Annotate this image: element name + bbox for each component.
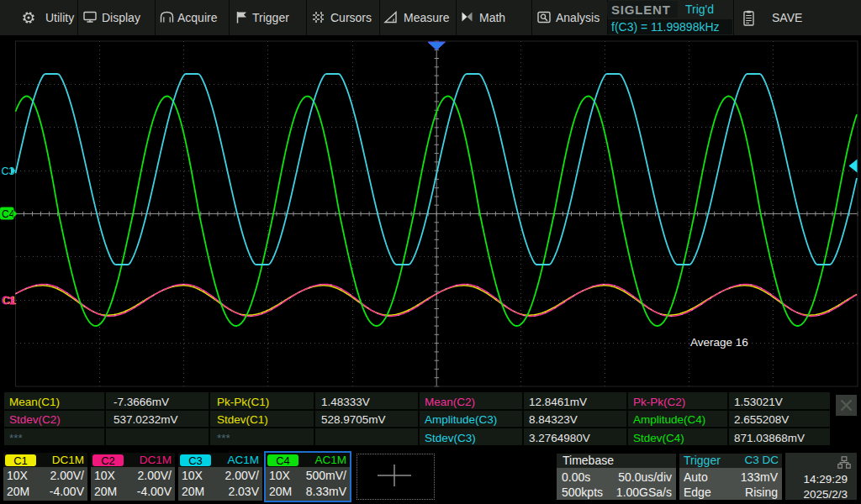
svg-text:C4: C4 — [2, 208, 15, 220]
svg-text:Average 16: Average 16 — [690, 336, 748, 349]
